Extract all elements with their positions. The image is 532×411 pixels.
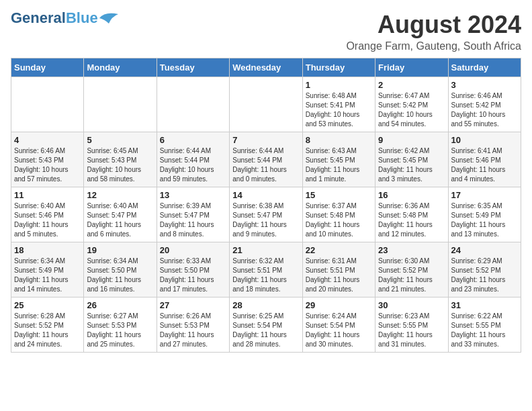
calendar-cell: 27Sunrise: 6:26 AM Sunset: 5:53 PM Dayli… [157, 298, 229, 353]
col-header-thursday: Thursday [302, 58, 375, 77]
day-number: 12 [87, 190, 153, 200]
col-header-wednesday: Wednesday [230, 58, 302, 77]
day-info: Sunrise: 6:23 AM Sunset: 5:55 PM Dayligh… [378, 312, 445, 349]
calendar-cell: 3Sunrise: 6:46 AM Sunset: 5:42 PM Daylig… [448, 77, 521, 132]
day-info: Sunrise: 6:40 AM Sunset: 5:47 PM Dayligh… [87, 201, 153, 239]
calendar-cell: 16Sunrise: 6:36 AM Sunset: 5:48 PM Dayli… [375, 187, 448, 242]
calendar-cell: 11Sunrise: 6:40 AM Sunset: 5:46 PM Dayli… [11, 187, 84, 242]
col-header-saturday: Saturday [448, 58, 521, 77]
day-number: 7 [232, 135, 299, 145]
day-number: 13 [160, 190, 226, 200]
day-number: 17 [451, 190, 518, 200]
day-number: 22 [306, 245, 372, 255]
day-number: 26 [87, 300, 153, 310]
day-number: 14 [232, 190, 299, 200]
day-info: Sunrise: 6:42 AM Sunset: 5:45 PM Dayligh… [378, 146, 445, 184]
day-info: Sunrise: 6:30 AM Sunset: 5:52 PM Dayligh… [378, 257, 445, 294]
day-number: 6 [160, 135, 226, 145]
calendar-cell: 17Sunrise: 6:35 AM Sunset: 5:49 PM Dayli… [448, 187, 521, 242]
day-info: Sunrise: 6:33 AM Sunset: 5:50 PM Dayligh… [160, 257, 226, 294]
day-info: Sunrise: 6:34 AM Sunset: 5:50 PM Dayligh… [87, 257, 153, 294]
logo-general: General [11, 11, 66, 26]
day-info: Sunrise: 6:45 AM Sunset: 5:43 PM Dayligh… [87, 146, 153, 184]
day-info: Sunrise: 6:24 AM Sunset: 5:54 PM Dayligh… [306, 312, 372, 349]
calendar-cell: 19Sunrise: 6:34 AM Sunset: 5:50 PM Dayli… [84, 242, 157, 298]
day-info: Sunrise: 6:32 AM Sunset: 5:51 PM Dayligh… [232, 257, 299, 294]
col-header-tuesday: Tuesday [157, 58, 229, 77]
col-header-sunday: Sunday [11, 58, 84, 77]
calendar-cell: 30Sunrise: 6:23 AM Sunset: 5:55 PM Dayli… [375, 298, 448, 353]
logo: GeneralBlue [11, 11, 118, 26]
calendar-cell: 20Sunrise: 6:33 AM Sunset: 5:50 PM Dayli… [157, 242, 229, 298]
day-info: Sunrise: 6:43 AM Sunset: 5:45 PM Dayligh… [306, 146, 372, 184]
calendar-cell: 15Sunrise: 6:37 AM Sunset: 5:48 PM Dayli… [302, 187, 375, 242]
day-number: 11 [14, 190, 81, 200]
calendar-table: SundayMondayTuesdayWednesdayThursdayFrid… [11, 58, 521, 353]
calendar-cell: 29Sunrise: 6:24 AM Sunset: 5:54 PM Dayli… [302, 298, 375, 353]
day-info: Sunrise: 6:46 AM Sunset: 5:43 PM Dayligh… [14, 146, 81, 184]
day-number: 27 [160, 300, 226, 310]
day-number: 1 [306, 80, 372, 90]
calendar-cell: 28Sunrise: 6:25 AM Sunset: 5:54 PM Dayli… [230, 298, 302, 353]
calendar-cell: 7Sunrise: 6:44 AM Sunset: 5:44 PM Daylig… [230, 132, 302, 187]
logo-wing-icon [99, 11, 118, 25]
day-info: Sunrise: 6:38 AM Sunset: 5:47 PM Dayligh… [232, 201, 299, 239]
day-number: 15 [306, 190, 372, 200]
day-info: Sunrise: 6:40 AM Sunset: 5:46 PM Dayligh… [14, 201, 81, 239]
calendar-week-5: 25Sunrise: 6:28 AM Sunset: 5:52 PM Dayli… [11, 298, 521, 353]
day-info: Sunrise: 6:26 AM Sunset: 5:53 PM Dayligh… [160, 312, 226, 349]
col-header-friday: Friday [375, 58, 448, 77]
calendar-cell: 22Sunrise: 6:31 AM Sunset: 5:51 PM Dayli… [302, 242, 375, 298]
day-info: Sunrise: 6:41 AM Sunset: 5:46 PM Dayligh… [451, 146, 518, 184]
calendar-cell: 5Sunrise: 6:45 AM Sunset: 5:43 PM Daylig… [84, 132, 157, 187]
calendar-cell: 24Sunrise: 6:29 AM Sunset: 5:52 PM Dayli… [448, 242, 521, 298]
calendar-cell: 21Sunrise: 6:32 AM Sunset: 5:51 PM Dayli… [230, 242, 302, 298]
day-number: 31 [451, 300, 518, 310]
calendar-cell: 26Sunrise: 6:27 AM Sunset: 5:53 PM Dayli… [84, 298, 157, 353]
calendar-cell: 10Sunrise: 6:41 AM Sunset: 5:46 PM Dayli… [448, 132, 521, 187]
day-number: 30 [378, 300, 445, 310]
day-number: 21 [232, 245, 299, 255]
day-info: Sunrise: 6:39 AM Sunset: 5:47 PM Dayligh… [160, 201, 226, 239]
day-number: 19 [87, 245, 153, 255]
title-block: August 2024 Orange Farm, Gauteng, South … [346, 11, 521, 52]
day-info: Sunrise: 6:47 AM Sunset: 5:42 PM Dayligh… [378, 91, 445, 129]
calendar-cell: 9Sunrise: 6:42 AM Sunset: 5:45 PM Daylig… [375, 132, 448, 187]
main-title: August 2024 [346, 11, 521, 39]
day-number: 9 [378, 135, 445, 145]
calendar-cell: 2Sunrise: 6:47 AM Sunset: 5:42 PM Daylig… [375, 77, 448, 132]
day-info: Sunrise: 6:44 AM Sunset: 5:44 PM Dayligh… [232, 146, 299, 184]
subtitle: Orange Farm, Gauteng, South Africa [346, 40, 521, 52]
day-info: Sunrise: 6:46 AM Sunset: 5:42 PM Dayligh… [451, 91, 518, 129]
day-info: Sunrise: 6:28 AM Sunset: 5:52 PM Dayligh… [14, 312, 81, 349]
day-info: Sunrise: 6:44 AM Sunset: 5:44 PM Dayligh… [160, 146, 226, 184]
calendar-week-2: 4Sunrise: 6:46 AM Sunset: 5:43 PM Daylig… [11, 132, 521, 187]
calendar-cell: 31Sunrise: 6:22 AM Sunset: 5:55 PM Dayli… [448, 298, 521, 353]
day-info: Sunrise: 6:22 AM Sunset: 5:55 PM Dayligh… [451, 312, 518, 349]
day-info: Sunrise: 6:36 AM Sunset: 5:48 PM Dayligh… [378, 201, 445, 239]
day-info: Sunrise: 6:29 AM Sunset: 5:52 PM Dayligh… [451, 257, 518, 294]
calendar-header-row: SundayMondayTuesdayWednesdayThursdayFrid… [11, 58, 521, 77]
calendar-cell: 25Sunrise: 6:28 AM Sunset: 5:52 PM Dayli… [11, 298, 84, 353]
calendar-cell [230, 77, 302, 132]
page-header: GeneralBlue August 2024 Orange Farm, Gau… [11, 11, 521, 52]
day-number: 29 [306, 300, 372, 310]
day-number: 20 [160, 245, 226, 255]
calendar-cell [84, 77, 157, 132]
day-info: Sunrise: 6:27 AM Sunset: 5:53 PM Dayligh… [87, 312, 153, 349]
day-number: 23 [378, 245, 445, 255]
calendar-cell: 1Sunrise: 6:48 AM Sunset: 5:41 PM Daylig… [302, 77, 375, 132]
calendar-week-3: 11Sunrise: 6:40 AM Sunset: 5:46 PM Dayli… [11, 187, 521, 242]
day-number: 2 [378, 80, 445, 90]
day-info: Sunrise: 6:37 AM Sunset: 5:48 PM Dayligh… [306, 201, 372, 239]
calendar-cell [157, 77, 229, 132]
day-number: 28 [232, 300, 299, 310]
logo-blue: Blue [66, 11, 98, 26]
calendar-cell: 4Sunrise: 6:46 AM Sunset: 5:43 PM Daylig… [11, 132, 84, 187]
day-number: 4 [14, 135, 81, 145]
day-info: Sunrise: 6:25 AM Sunset: 5:54 PM Dayligh… [232, 312, 299, 349]
day-number: 8 [306, 135, 372, 145]
day-number: 5 [87, 135, 153, 145]
day-info: Sunrise: 6:34 AM Sunset: 5:49 PM Dayligh… [14, 257, 81, 294]
calendar-cell: 8Sunrise: 6:43 AM Sunset: 5:45 PM Daylig… [302, 132, 375, 187]
